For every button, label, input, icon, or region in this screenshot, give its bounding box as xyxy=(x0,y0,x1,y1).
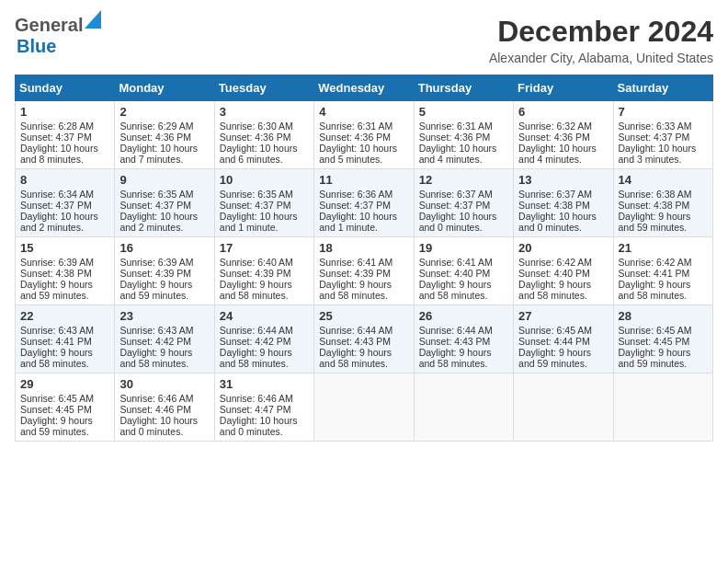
day-number: 28 xyxy=(619,309,708,323)
page-header: General Blue December 2024 Alexander Cit… xyxy=(15,15,713,65)
day-number: 9 xyxy=(119,173,209,187)
calendar-cell: 25Sunrise: 6:44 AMSunset: 4:43 PMDayligh… xyxy=(314,305,414,373)
daylight-text: Daylight: 9 hours and 58 minutes. xyxy=(319,279,408,301)
calendar-cell: 16Sunrise: 6:39 AMSunset: 4:39 PMDayligh… xyxy=(115,237,214,305)
month-title: December 2024 xyxy=(489,15,713,49)
calendar-cell: 22Sunrise: 6:43 AMSunset: 4:41 PMDayligh… xyxy=(16,305,115,373)
sunrise-text: Sunrise: 6:37 AM xyxy=(419,189,508,200)
day-number: 7 xyxy=(619,105,708,119)
daylight-text: Daylight: 10 hours and 2 minutes. xyxy=(20,211,109,233)
daylight-text: Daylight: 10 hours and 3 minutes. xyxy=(619,143,708,165)
calendar-week-row: 1Sunrise: 6:28 AMSunset: 4:37 PMDaylight… xyxy=(16,101,713,169)
sunrise-text: Sunrise: 6:39 AM xyxy=(119,257,209,268)
sunrise-text: Sunrise: 6:35 AM xyxy=(220,189,309,200)
sunrise-text: Sunrise: 6:44 AM xyxy=(220,325,309,336)
calendar-cell: 5Sunrise: 6:31 AMSunset: 4:36 PMDaylight… xyxy=(414,101,513,169)
daylight-text: Daylight: 10 hours and 4 minutes. xyxy=(518,143,608,165)
daylight-text: Daylight: 9 hours and 58 minutes. xyxy=(220,279,309,301)
sunrise-text: Sunrise: 6:42 AM xyxy=(518,257,608,268)
col-header-wednesday: Wednesday xyxy=(314,75,414,101)
sunrise-text: Sunrise: 6:34 AM xyxy=(20,189,109,200)
sunset-text: Sunset: 4:36 PM xyxy=(518,132,608,143)
calendar-cell: 17Sunrise: 6:40 AMSunset: 4:39 PMDayligh… xyxy=(214,237,313,305)
daylight-text: Daylight: 10 hours and 6 minutes. xyxy=(220,143,309,165)
calendar-cell: 26Sunrise: 6:44 AMSunset: 4:43 PMDayligh… xyxy=(414,305,513,373)
day-number: 30 xyxy=(119,377,209,391)
sunrise-text: Sunrise: 6:33 AM xyxy=(619,121,708,132)
daylight-text: Daylight: 9 hours and 58 minutes. xyxy=(119,347,209,369)
sunrise-text: Sunrise: 6:30 AM xyxy=(220,121,309,132)
day-number: 5 xyxy=(419,105,508,119)
sunset-text: Sunset: 4:43 PM xyxy=(319,336,408,347)
calendar-cell xyxy=(314,373,414,442)
day-number: 8 xyxy=(20,173,109,187)
sunrise-text: Sunrise: 6:46 AM xyxy=(220,393,309,404)
calendar-cell: 2Sunrise: 6:29 AMSunset: 4:36 PMDaylight… xyxy=(115,101,214,169)
daylight-text: Daylight: 9 hours and 59 minutes. xyxy=(119,279,209,301)
sunrise-text: Sunrise: 6:32 AM xyxy=(518,121,608,132)
sunrise-text: Sunrise: 6:35 AM xyxy=(119,189,209,200)
sunrise-text: Sunrise: 6:31 AM xyxy=(319,121,408,132)
daylight-text: Daylight: 10 hours and 0 minutes. xyxy=(119,415,209,437)
calendar-cell: 20Sunrise: 6:42 AMSunset: 4:40 PMDayligh… xyxy=(514,237,613,305)
day-number: 23 xyxy=(119,309,209,323)
daylight-text: Daylight: 9 hours and 58 minutes. xyxy=(220,347,309,369)
calendar-week-row: 8Sunrise: 6:34 AMSunset: 4:37 PMDaylight… xyxy=(16,169,713,237)
sunrise-text: Sunrise: 6:38 AM xyxy=(619,189,708,200)
sunrise-text: Sunrise: 6:41 AM xyxy=(419,257,508,268)
sunrise-text: Sunrise: 6:28 AM xyxy=(20,121,109,132)
daylight-text: Daylight: 9 hours and 59 minutes. xyxy=(518,347,608,369)
day-number: 20 xyxy=(518,241,608,255)
col-header-sunday: Sunday xyxy=(16,75,115,101)
sunrise-text: Sunrise: 6:41 AM xyxy=(319,257,408,268)
daylight-text: Daylight: 9 hours and 59 minutes. xyxy=(619,211,708,233)
day-number: 11 xyxy=(319,173,408,187)
sunrise-text: Sunrise: 6:40 AM xyxy=(220,257,309,268)
day-number: 31 xyxy=(220,377,309,391)
sunset-text: Sunset: 4:42 PM xyxy=(119,336,209,347)
daylight-text: Daylight: 10 hours and 0 minutes. xyxy=(518,211,608,233)
calendar-week-row: 29Sunrise: 6:45 AMSunset: 4:45 PMDayligh… xyxy=(16,373,713,442)
col-header-friday: Friday xyxy=(514,75,613,101)
calendar-cell: 7Sunrise: 6:33 AMSunset: 4:37 PMDaylight… xyxy=(613,101,712,169)
day-number: 4 xyxy=(319,105,408,119)
daylight-text: Daylight: 9 hours and 58 minutes. xyxy=(419,279,508,301)
daylight-text: Daylight: 10 hours and 0 minutes. xyxy=(419,211,508,233)
sunset-text: Sunset: 4:40 PM xyxy=(518,268,608,279)
calendar-cell: 29Sunrise: 6:45 AMSunset: 4:45 PMDayligh… xyxy=(16,373,115,442)
sunset-text: Sunset: 4:44 PM xyxy=(518,336,608,347)
logo-triangle-icon xyxy=(85,10,101,29)
logo-blue-text: Blue xyxy=(17,36,56,56)
day-number: 6 xyxy=(518,105,608,119)
day-number: 19 xyxy=(419,241,508,255)
calendar-cell: 18Sunrise: 6:41 AMSunset: 4:39 PMDayligh… xyxy=(314,237,414,305)
title-section: December 2024 Alexander City, Alabama, U… xyxy=(489,15,713,65)
calendar-cell: 6Sunrise: 6:32 AMSunset: 4:36 PMDaylight… xyxy=(514,101,613,169)
calendar-week-row: 22Sunrise: 6:43 AMSunset: 4:41 PMDayligh… xyxy=(16,305,713,373)
daylight-text: Daylight: 9 hours and 58 minutes. xyxy=(518,279,608,301)
day-number: 12 xyxy=(419,173,508,187)
daylight-text: Daylight: 9 hours and 58 minutes. xyxy=(619,279,708,301)
calendar-cell: 15Sunrise: 6:39 AMSunset: 4:38 PMDayligh… xyxy=(16,237,115,305)
sunset-text: Sunset: 4:36 PM xyxy=(419,132,508,143)
daylight-text: Daylight: 9 hours and 59 minutes. xyxy=(20,415,109,437)
sunset-text: Sunset: 4:39 PM xyxy=(119,268,209,279)
daylight-text: Daylight: 10 hours and 1 minute. xyxy=(319,211,408,233)
calendar-cell: 24Sunrise: 6:44 AMSunset: 4:42 PMDayligh… xyxy=(214,305,313,373)
daylight-text: Daylight: 9 hours and 58 minutes. xyxy=(319,347,408,369)
calendar-cell: 14Sunrise: 6:38 AMSunset: 4:38 PMDayligh… xyxy=(613,169,712,237)
sunset-text: Sunset: 4:46 PM xyxy=(119,404,209,415)
sunrise-text: Sunrise: 6:42 AM xyxy=(619,257,708,268)
day-number: 24 xyxy=(220,309,309,323)
calendar-cell: 9Sunrise: 6:35 AMSunset: 4:37 PMDaylight… xyxy=(115,169,214,237)
calendar-table: SundayMondayTuesdayWednesdayThursdayFrid… xyxy=(15,75,713,442)
daylight-text: Daylight: 10 hours and 0 minutes. xyxy=(220,415,309,437)
sunrise-text: Sunrise: 6:44 AM xyxy=(319,325,408,336)
day-number: 13 xyxy=(518,173,608,187)
sunset-text: Sunset: 4:41 PM xyxy=(20,336,109,347)
daylight-text: Daylight: 10 hours and 5 minutes. xyxy=(319,143,408,165)
sunset-text: Sunset: 4:38 PM xyxy=(619,200,708,211)
sunset-text: Sunset: 4:36 PM xyxy=(319,132,408,143)
col-header-thursday: Thursday xyxy=(414,75,513,101)
sunset-text: Sunset: 4:37 PM xyxy=(119,200,209,211)
